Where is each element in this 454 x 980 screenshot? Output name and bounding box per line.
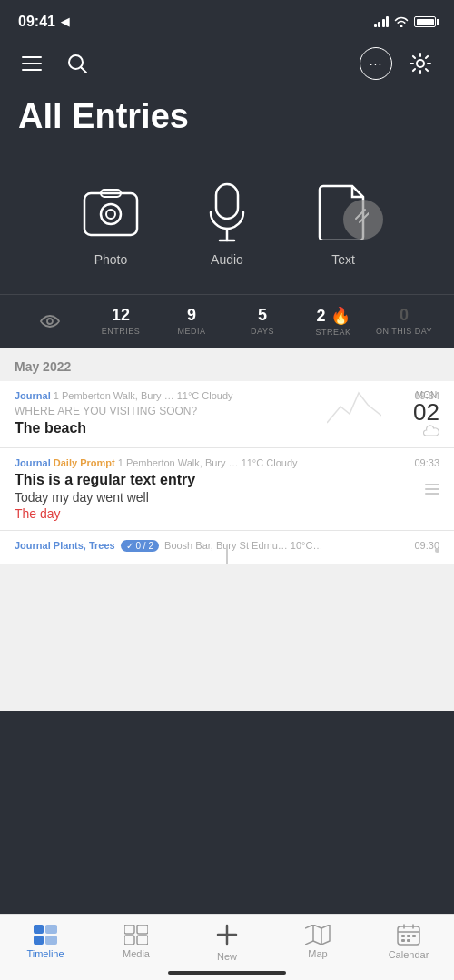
svg-rect-20 [124, 925, 134, 934]
mini-chart [327, 388, 381, 425]
audio-icon [196, 181, 258, 243]
svg-rect-2 [22, 69, 42, 71]
entry-red-text: The day [15, 506, 439, 521]
svg-rect-17 [34, 936, 44, 945]
svg-rect-10 [216, 184, 238, 219]
svg-rect-0 [22, 56, 42, 58]
nav-map[interactable]: Map [272, 925, 363, 959]
svg-point-8 [106, 210, 115, 219]
nav-new[interactable]: New [182, 922, 272, 962]
entry-body: Today my day went well [15, 490, 439, 505]
nav-timeline[interactable]: Timeline [0, 925, 91, 959]
menu-lines-icon [425, 484, 439, 495]
text-entry-button[interactable]: Text [312, 181, 374, 267]
nav-timeline-label: Timeline [26, 948, 64, 959]
menu-button[interactable] [18, 53, 45, 74]
stat-on-this-day: 0 ON THIS DAY [369, 306, 439, 336]
status-bar: 09:41 ◀ [0, 0, 454, 40]
text-label: Text [331, 252, 355, 267]
checklist-badge: ✓ 0 / 2 [121, 540, 159, 552]
svg-rect-34 [412, 935, 416, 937]
svg-rect-21 [124, 936, 134, 945]
nav-calendar-label: Calendar [389, 949, 429, 960]
header-left [18, 50, 91, 77]
svg-point-3 [69, 55, 83, 69]
svg-rect-32 [401, 935, 405, 937]
photo-label: Photo [94, 252, 128, 267]
svg-rect-6 [84, 193, 137, 235]
nav-new-label: New [217, 951, 237, 962]
nav-media-label: Media [123, 948, 150, 959]
entry-meta: Journal Daily Prompt 1 Pemberton Walk, B… [15, 457, 439, 468]
svg-rect-16 [34, 925, 44, 934]
entry-card[interactable]: Journal Daily Prompt 1 Pemberton Walk, B… [0, 448, 454, 531]
app-header: ··· [0, 40, 454, 89]
wifi-icon [394, 16, 409, 27]
svg-rect-33 [407, 935, 410, 937]
eye-icon [40, 314, 60, 328]
month-header: May 2022 [0, 348, 454, 381]
status-time: 09:41 ◀ [18, 14, 69, 30]
flame-icon: 🔥 [331, 307, 350, 325]
svg-point-7 [101, 204, 121, 224]
entry-title: This is a regular text entry [15, 472, 439, 488]
new-icon [214, 922, 240, 947]
audio-label: Audio [211, 252, 243, 267]
audio-entry-button[interactable]: Audio [196, 181, 258, 267]
dot-indicator [435, 548, 439, 553]
svg-rect-1 [22, 63, 42, 64]
svg-rect-22 [137, 925, 148, 934]
svg-rect-18 [45, 925, 57, 934]
svg-point-15 [47, 318, 53, 324]
header-right: ··· [360, 47, 436, 80]
page-title: All Entries [18, 98, 436, 136]
stat-media: 9 MEDIA [156, 306, 227, 336]
quick-entry-section: Photo Audio Text [0, 154, 454, 294]
svg-rect-35 [401, 939, 405, 942]
timeline-connector [226, 545, 228, 564]
cloud-icon [423, 424, 439, 436]
svg-rect-36 [407, 939, 410, 942]
photo-icon [80, 181, 142, 243]
nav-media[interactable]: Media [91, 925, 182, 959]
calendar-icon [397, 924, 420, 946]
timeline-icon [34, 925, 57, 945]
circle-decoration [343, 200, 383, 240]
home-indicator [168, 971, 286, 975]
svg-rect-19 [45, 936, 57, 945]
stat-entries: 12 ENTRIES [85, 306, 156, 336]
media-icon [124, 925, 148, 945]
search-button[interactable] [64, 50, 91, 77]
timeline-section: May 2022 MON 02 Journal 1 Pemberton Walk… [0, 348, 454, 711]
svg-point-5 [417, 60, 424, 67]
photo-entry-button[interactable]: Photo [80, 181, 142, 267]
signal-icon [374, 16, 390, 27]
page-title-section: All Entries [0, 89, 454, 154]
stats-bar: 12 ENTRIES 9 MEDIA 5 DAYS 2 🔥 STREAK 0 O… [0, 294, 454, 348]
battery-icon [414, 16, 436, 27]
location-icon: ◀ [61, 15, 69, 28]
stat-days: 5 DAYS [227, 306, 298, 336]
entry-card[interactable]: Journal Plants, Trees ✓ 0 / 2 Boosh Bar,… [0, 531, 454, 564]
svg-line-4 [82, 68, 87, 74]
nav-calendar[interactable]: Calendar [363, 924, 454, 960]
svg-rect-23 [137, 936, 148, 945]
nav-map-label: Map [308, 948, 327, 959]
settings-button[interactable] [405, 48, 436, 79]
stat-eye [15, 314, 85, 328]
status-icons [374, 16, 437, 27]
map-icon [305, 925, 331, 945]
more-button[interactable]: ··· [360, 47, 392, 80]
entry-card[interactable]: MON 02 Journal 1 Pemberton Walk, Bury … … [0, 381, 454, 448]
stat-streak: 2 🔥 STREAK [298, 306, 369, 337]
